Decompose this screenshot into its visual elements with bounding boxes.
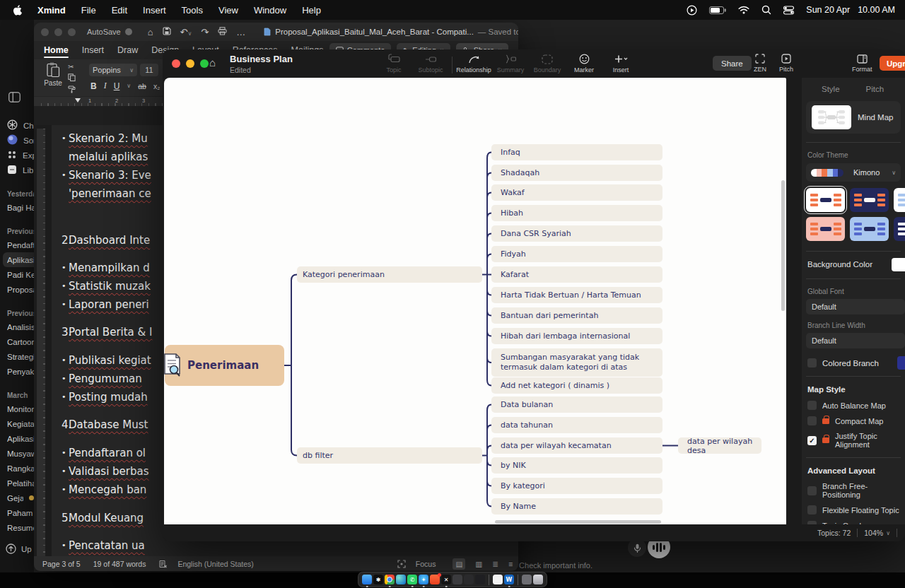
theme-thumbnail[interactable]: [806, 217, 845, 241]
menubar-date[interactable]: Sun 20 Apr: [806, 5, 850, 15]
history-item[interactable]: Cartoon: [0, 334, 34, 349]
history-item[interactable]: Musyaw: [0, 446, 34, 461]
language-indicator[interactable]: English (United States): [177, 560, 253, 568]
history-item[interactable]: Rangkai: [0, 461, 34, 476]
web-layout-view-icon[interactable]: ▥: [475, 560, 482, 568]
topic-node[interactable]: Hibah dari lembaga internasional: [491, 328, 662, 344]
checkbox[interactable]: [807, 505, 817, 514]
word-titlebar[interactable]: AutoSave ⌂ ↶∨ ↷ … Proposal_Aplikasi_Bait…: [34, 23, 518, 41]
format-painter-icon[interactable]: [68, 86, 76, 95]
checkbox[interactable]: [807, 401, 817, 410]
indent-marker[interactable]: [75, 98, 81, 102]
draft-view-icon[interactable]: ≡: [508, 560, 513, 568]
control-center-icon[interactable]: [783, 6, 794, 15]
chrome-icon[interactable]: [385, 575, 395, 584]
sidebar-item-lib[interactable]: Lib: [0, 163, 34, 177]
topic-node[interactable]: data tahunan: [491, 417, 662, 433]
background-color-swatch[interactable]: [892, 258, 905, 271]
upgrade-plan-item[interactable]: Up: [6, 543, 32, 554]
menubar-menu-tools[interactable]: Tools: [182, 5, 203, 16]
global-font-select[interactable]: Default: [806, 299, 905, 314]
finder-icon[interactable]: [362, 575, 372, 584]
subscript-button[interactable]: x₂: [153, 82, 160, 90]
history-item[interactable]: Analisis: [0, 319, 34, 334]
main-topic[interactable]: Kategori penerimaan: [297, 266, 482, 283]
tab-draw[interactable]: Draw: [117, 41, 138, 59]
more-icon[interactable]: …: [236, 27, 245, 37]
wifi-icon[interactable]: [738, 6, 749, 14]
theme-thumbnail[interactable]: [850, 217, 889, 241]
search-icon[interactable]: [761, 5, 771, 15]
topic-node[interactable]: Data bulanan: [491, 396, 662, 413]
play-icon[interactable]: [687, 5, 697, 16]
undo-icon[interactable]: ↶∨: [180, 27, 192, 37]
strikethrough-button[interactable]: ab: [138, 82, 146, 90]
mindmap-canvas[interactable]: PenerimaanKategori penerimaandb filterIn…: [164, 78, 786, 524]
history-item[interactable]: Proposa: [0, 282, 34, 297]
proofing-icon[interactable]: [158, 560, 168, 568]
safari-icon[interactable]: ✦: [419, 575, 428, 584]
sidebar-item-sor[interactable]: Sor: [0, 133, 34, 148]
font-size-select[interactable]: 11: [140, 64, 158, 76]
format-button[interactable]: Format: [852, 53, 872, 73]
menubar-menu-help[interactable]: Help: [302, 5, 321, 16]
topic-node[interactable]: Dana CSR Syariah: [491, 225, 662, 242]
share-button[interactable]: Share: [713, 56, 752, 71]
media-icon[interactable]: [475, 575, 485, 584]
history-item[interactable]: Strategi: [0, 349, 34, 364]
topic-node[interactable]: Wakaf: [491, 184, 662, 201]
topic-node[interactable]: Shadaqah: [491, 165, 662, 181]
focus-label[interactable]: Focus: [416, 560, 436, 568]
checkbox[interactable]: ✓: [807, 436, 817, 445]
zoom-button[interactable]: [200, 59, 209, 68]
minimize-button[interactable]: [186, 59, 194, 68]
font-name-select[interactable]: Poppins ∨: [89, 64, 137, 76]
marker-button[interactable]: Marker: [568, 53, 600, 74]
underline-button[interactable]: U: [114, 81, 120, 91]
theme-thumbnail[interactable]: [850, 188, 889, 212]
history-item[interactable]: Monitori: [0, 401, 34, 416]
home-icon[interactable]: ⌂: [148, 27, 153, 37]
sidebar-item-exp[interactable]: Exp: [0, 148, 34, 163]
menubar-menu-window[interactable]: Window: [254, 5, 286, 16]
topic-node[interactable]: data per wilayah kecamatan: [491, 437, 662, 454]
menubar-time[interactable]: 10.00 AM: [858, 5, 895, 15]
save-icon[interactable]: [163, 27, 171, 37]
subtopic-node[interactable]: data per wilayah desa: [678, 437, 761, 454]
central-topic[interactable]: Penerimaan: [165, 345, 284, 386]
pitch-button[interactable]: Pitch: [779, 53, 793, 73]
history-item[interactable]: Padi Ken: [0, 267, 34, 282]
history-item[interactable]: Resume: [0, 520, 34, 535]
insert-button[interactable]: Insert: [605, 53, 636, 74]
theme-thumbnail[interactable]: [806, 188, 845, 212]
panel-tab-style[interactable]: Style: [822, 85, 840, 93]
copy-icon[interactable]: [68, 74, 76, 83]
sidebar-item-cha[interactable]: Cha: [0, 118, 34, 133]
home-icon[interactable]: ⌂: [209, 57, 216, 69]
topic-node[interactable]: Hibah: [491, 205, 662, 221]
trash-icon[interactable]: [533, 575, 543, 584]
sidebar-toggle-icon[interactable]: [8, 92, 34, 105]
theme-thumbnail[interactable]: [894, 188, 905, 212]
chatgpt-icon[interactable]: ✱: [373, 575, 383, 584]
window-controls[interactable]: [34, 28, 76, 36]
relationship-button[interactable]: Relationship: [458, 53, 489, 74]
topic-node[interactable]: by NIK: [491, 457, 662, 474]
xmind-icon[interactable]: ✕: [441, 575, 451, 584]
branch-width-select[interactable]: Default: [806, 333, 905, 348]
menubar-menu-insert[interactable]: Insert: [143, 5, 166, 16]
topic-node[interactable]: Bantuan dari pemerintah: [491, 307, 662, 324]
print-layout-view-icon[interactable]: ▤: [452, 558, 465, 570]
topic-node[interactable]: Kafarat: [491, 266, 662, 283]
menubar-menu-view[interactable]: View: [218, 5, 238, 16]
theme-thumbnail[interactable]: [894, 217, 905, 241]
apple-icon[interactable]: [13, 5, 22, 16]
zen-button[interactable]: ZEN: [754, 53, 766, 73]
checkbox[interactable]: [807, 416, 817, 425]
paste-button[interactable]: Paste: [41, 62, 65, 93]
history-item[interactable]: Kegiatan: [0, 416, 34, 431]
checkbox[interactable]: [807, 486, 817, 495]
focus-icon[interactable]: [397, 560, 406, 568]
brave-icon[interactable]: [430, 575, 440, 584]
terminal-icon[interactable]: [464, 575, 474, 584]
